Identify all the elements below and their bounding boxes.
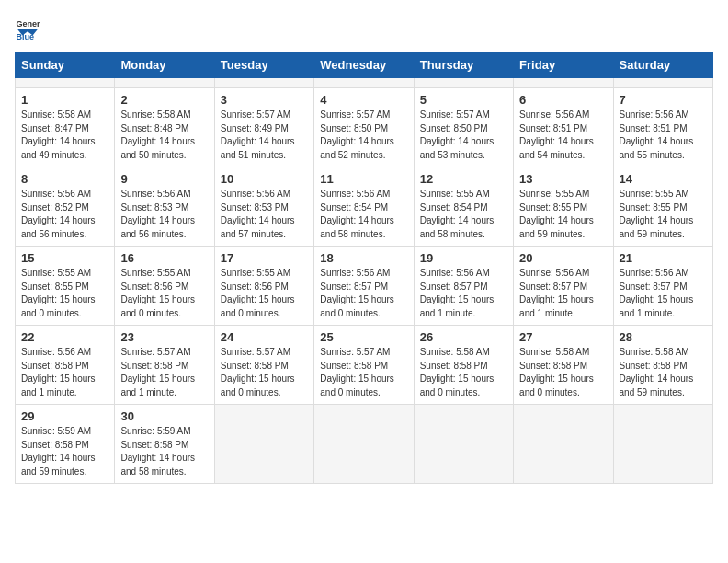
day-number: 29 [21,409,108,423]
col-header-sunday: Sunday [16,52,115,78]
day-info: Sunrise: 5:57 AM Sunset: 8:58 PM Dayligh… [320,346,407,399]
day-number: 17 [221,251,308,265]
calendar-cell: 26Sunrise: 5:58 AM Sunset: 8:58 PM Dayli… [414,326,513,405]
calendar-cell: 4Sunrise: 5:57 AM Sunset: 8:50 PM Daylig… [314,88,414,167]
calendar-week-row: 29Sunrise: 5:59 AM Sunset: 8:58 PM Dayli… [16,405,713,484]
calendar-week-row: 22Sunrise: 5:56 AM Sunset: 8:58 PM Dayli… [16,326,713,405]
calendar-week-row: 8Sunrise: 5:56 AM Sunset: 8:52 PM Daylig… [16,167,713,247]
calendar-cell: 21Sunrise: 5:56 AM Sunset: 8:57 PM Dayli… [613,247,712,326]
calendar-cell [214,78,313,88]
calendar-cell: 19Sunrise: 5:56 AM Sunset: 8:57 PM Dayli… [414,247,513,326]
day-info: Sunrise: 5:56 AM Sunset: 8:58 PM Dayligh… [21,346,108,399]
day-info: Sunrise: 5:55 AM Sunset: 8:56 PM Dayligh… [221,267,308,320]
day-number: 23 [120,330,208,344]
day-info: Sunrise: 5:56 AM Sunset: 8:57 PM Dayligh… [620,267,707,320]
col-header-tuesday: Tuesday [214,52,313,78]
day-info: Sunrise: 5:55 AM Sunset: 8:54 PM Dayligh… [420,188,507,241]
col-header-wednesday: Wednesday [314,52,414,78]
calendar-cell: 13Sunrise: 5:55 AM Sunset: 8:55 PM Dayli… [514,167,613,247]
day-info: Sunrise: 5:57 AM Sunset: 8:58 PM Dayligh… [221,346,308,399]
calendar-cell: 3Sunrise: 5:57 AM Sunset: 8:49 PM Daylig… [214,88,313,167]
day-info: Sunrise: 5:56 AM Sunset: 8:53 PM Dayligh… [120,188,208,241]
day-info: Sunrise: 5:56 AM Sunset: 8:57 PM Dayligh… [519,267,607,320]
calendar-cell: 8Sunrise: 5:56 AM Sunset: 8:52 PM Daylig… [16,167,115,247]
calendar-cell: 28Sunrise: 5:58 AM Sunset: 8:58 PM Dayli… [613,326,712,405]
col-header-saturday: Saturday [613,52,712,78]
day-info: Sunrise: 5:56 AM Sunset: 8:51 PM Dayligh… [519,109,607,162]
day-info: Sunrise: 5:55 AM Sunset: 8:55 PM Dayligh… [620,188,707,241]
day-info: Sunrise: 5:55 AM Sunset: 8:56 PM Dayligh… [120,267,208,320]
day-number: 28 [620,330,707,344]
day-info: Sunrise: 5:56 AM Sunset: 8:52 PM Dayligh… [21,188,108,241]
calendar-cell: 25Sunrise: 5:57 AM Sunset: 8:58 PM Dayli… [314,326,414,405]
calendar-cell [514,78,613,88]
day-number: 24 [221,330,308,344]
day-info: Sunrise: 5:58 AM Sunset: 8:58 PM Dayligh… [620,346,707,399]
day-number: 7 [620,93,707,107]
day-info: Sunrise: 5:56 AM Sunset: 8:57 PM Dayligh… [320,267,407,320]
day-number: 1 [21,93,108,107]
day-number: 6 [519,93,607,107]
calendar-cell: 22Sunrise: 5:56 AM Sunset: 8:58 PM Dayli… [16,326,115,405]
calendar-cell [314,78,414,88]
day-info: Sunrise: 5:57 AM Sunset: 8:49 PM Dayligh… [221,109,308,162]
day-info: Sunrise: 5:56 AM Sunset: 8:54 PM Dayligh… [320,188,407,241]
day-number: 13 [519,172,607,186]
calendar-cell: 2Sunrise: 5:58 AM Sunset: 8:48 PM Daylig… [115,88,214,167]
day-number: 10 [221,172,308,186]
calendar-cell: 7Sunrise: 5:56 AM Sunset: 8:51 PM Daylig… [613,88,712,167]
col-header-thursday: Thursday [414,52,513,78]
calendar-week-row: 15Sunrise: 5:55 AM Sunset: 8:55 PM Dayli… [16,247,713,326]
day-number: 30 [120,409,208,423]
col-header-friday: Friday [514,52,613,78]
day-info: Sunrise: 5:57 AM Sunset: 8:50 PM Dayligh… [420,109,507,162]
calendar-cell [414,78,513,88]
day-number: 21 [620,251,707,265]
calendar-table: SundayMondayTuesdayWednesdayThursdayFrid… [15,52,713,484]
calendar-cell: 29Sunrise: 5:59 AM Sunset: 8:58 PM Dayli… [16,405,115,484]
day-number: 22 [21,330,108,344]
calendar-cell: 12Sunrise: 5:55 AM Sunset: 8:54 PM Dayli… [414,167,513,247]
day-info: Sunrise: 5:59 AM Sunset: 8:58 PM Dayligh… [21,425,108,478]
day-number: 19 [420,251,507,265]
day-info: Sunrise: 5:56 AM Sunset: 8:57 PM Dayligh… [420,267,507,320]
day-info: Sunrise: 5:57 AM Sunset: 8:50 PM Dayligh… [320,109,407,162]
calendar-cell: 6Sunrise: 5:56 AM Sunset: 8:51 PM Daylig… [514,88,613,167]
calendar-header-row: SundayMondayTuesdayWednesdayThursdayFrid… [16,52,713,78]
calendar-cell: 16Sunrise: 5:55 AM Sunset: 8:56 PM Dayli… [115,247,214,326]
day-number: 5 [420,93,507,107]
calendar-cell: 10Sunrise: 5:56 AM Sunset: 8:53 PM Dayli… [214,167,313,247]
day-info: Sunrise: 5:59 AM Sunset: 8:58 PM Dayligh… [120,425,208,478]
day-number: 9 [120,172,208,186]
calendar-cell: 27Sunrise: 5:58 AM Sunset: 8:58 PM Dayli… [514,326,613,405]
calendar-cell: 20Sunrise: 5:56 AM Sunset: 8:57 PM Dayli… [514,247,613,326]
calendar-cell [16,78,115,88]
svg-text:General: General [16,19,40,29]
day-number: 8 [21,172,108,186]
day-info: Sunrise: 5:58 AM Sunset: 8:58 PM Dayligh… [519,346,607,399]
calendar-cell: 1Sunrise: 5:58 AM Sunset: 8:47 PM Daylig… [16,88,115,167]
day-info: Sunrise: 5:58 AM Sunset: 8:48 PM Dayligh… [120,109,208,162]
col-header-monday: Monday [115,52,214,78]
header: General Blue [15,15,713,40]
logo: General Blue [15,15,44,40]
calendar-cell [414,405,513,484]
day-number: 20 [519,251,607,265]
calendar-cell: 23Sunrise: 5:57 AM Sunset: 8:58 PM Dayli… [115,326,214,405]
day-number: 25 [320,330,407,344]
day-number: 2 [120,93,208,107]
calendar-cell [115,78,214,88]
calendar-cell: 18Sunrise: 5:56 AM Sunset: 8:57 PM Dayli… [314,247,414,326]
calendar-cell: 17Sunrise: 5:55 AM Sunset: 8:56 PM Dayli… [214,247,313,326]
calendar-cell [613,78,712,88]
calendar-week-row: 1Sunrise: 5:58 AM Sunset: 8:47 PM Daylig… [16,88,713,167]
day-info: Sunrise: 5:58 AM Sunset: 8:47 PM Dayligh… [21,109,108,162]
calendar-cell: 15Sunrise: 5:55 AM Sunset: 8:55 PM Dayli… [16,247,115,326]
day-number: 4 [320,93,407,107]
day-info: Sunrise: 5:58 AM Sunset: 8:58 PM Dayligh… [420,346,507,399]
day-info: Sunrise: 5:57 AM Sunset: 8:58 PM Dayligh… [120,346,208,399]
calendar-cell: 30Sunrise: 5:59 AM Sunset: 8:58 PM Dayli… [115,405,214,484]
calendar-cell: 9Sunrise: 5:56 AM Sunset: 8:53 PM Daylig… [115,167,214,247]
calendar-cell: 14Sunrise: 5:55 AM Sunset: 8:55 PM Dayli… [613,167,712,247]
calendar-week-row [16,78,713,88]
